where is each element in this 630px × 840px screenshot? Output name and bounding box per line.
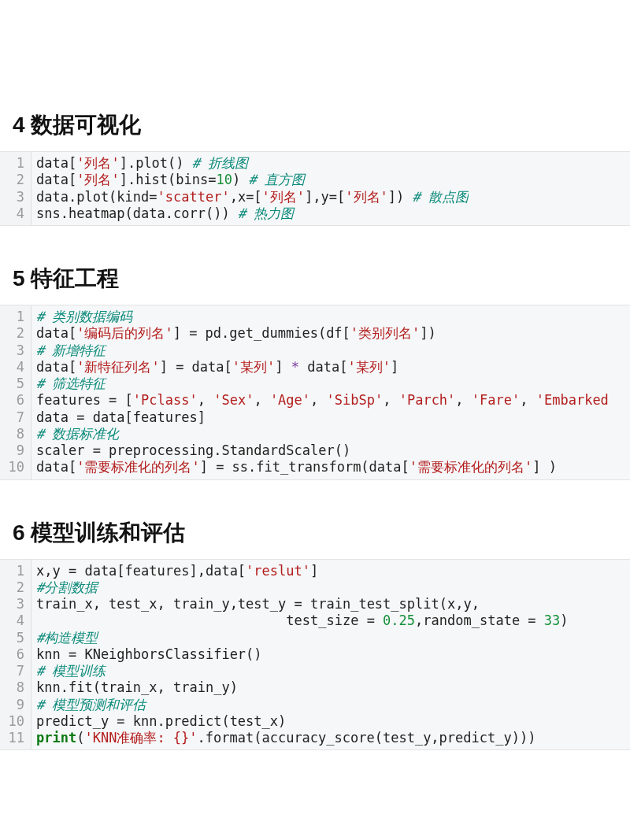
code-token: predict_y = knn.predict(test_x) (36, 713, 286, 729)
line-number: 8 (0, 426, 24, 442)
section-heading: 5 特征工程 (0, 264, 630, 305)
code-token: ]) (388, 189, 413, 205)
code-token: # 模型预测和评估 (36, 697, 146, 712)
line-number: 5 (0, 630, 24, 646)
line-number-gutter: 1234567891011 (0, 560, 32, 750)
code-token: 'SibSp' (327, 392, 384, 408)
code-token: # 新增特征 (36, 342, 106, 358)
code-line: sns.heatmap(data.corr()) # 热力图 (36, 205, 469, 222)
code-line: x,y = data[features],data['reslut'] (36, 563, 569, 579)
line-number: 3 (0, 596, 24, 612)
code-content[interactable]: x,y = data[features],data['reslut']#分割数据… (32, 560, 569, 750)
code-token: '某列' (347, 359, 390, 375)
code-line: # 模型预测和评估 (36, 697, 569, 713)
code-token: # 热力图 (238, 205, 294, 221)
code-token: ]) (420, 325, 435, 341)
code-token: data[ (299, 359, 347, 375)
code-line: features = ['Pclass', 'Sex', 'Age', 'Sib… (36, 392, 609, 409)
code-token: data[ (36, 459, 76, 475)
code-token: print (36, 730, 76, 746)
code-content[interactable]: data['列名'].plot() # 折线图data['列名'].hist(b… (32, 152, 469, 225)
section-number: 6 (13, 520, 25, 545)
line-number: 4 (0, 205, 24, 222)
line-number: 4 (0, 359, 24, 376)
code-token: , (310, 392, 326, 408)
code-token: '列名' (262, 189, 305, 205)
code-token: ] ) (532, 459, 557, 475)
code-token: 'Fare' (472, 392, 520, 408)
code-line: # 筛选特征 (36, 376, 609, 392)
section-title: 数据可视化 (31, 113, 141, 137)
code-token: ].plot() (120, 155, 192, 171)
code-token: ( (76, 730, 84, 746)
code-token: , (520, 392, 536, 408)
code-line: data['列名'].hist(bins=10) # 直方图 (36, 172, 469, 188)
code-token: 'Pclass' (133, 392, 198, 408)
code-token: features = [ (36, 392, 133, 408)
code-token: ) (560, 612, 568, 628)
code-token: '新特征列名' (76, 359, 159, 375)
code-line: knn = KNeighborsClassifier() (36, 646, 569, 663)
code-token: ] (275, 359, 291, 375)
line-number: 7 (0, 409, 24, 426)
code-token: , (254, 392, 269, 408)
line-number-gutter: 12345678910 (0, 305, 32, 479)
code-line: data.plot(kind='scatter',x=['列名'],y=['列名… (36, 189, 469, 205)
section-title: 模型训练和评估 (31, 520, 185, 545)
sections-container: 4 数据可视化1234data['列名'].plot() # 折线图data['… (0, 110, 630, 750)
code-token: train_x, test_x, train_y,test_y = train_… (36, 596, 480, 612)
code-token: 'Sex' (213, 392, 254, 408)
line-number: 9 (0, 697, 24, 713)
code-token: test_size = (36, 612, 383, 628)
code-token: knn.fit(train_x, train_y) (36, 679, 238, 695)
section: 5 特征工程12345678910# 类别数据编码data['编码后的列名'] … (0, 264, 630, 480)
line-number: 1 (0, 563, 24, 579)
code-line: print('KNN准确率: {}'.format(accuracy_score… (36, 730, 569, 746)
code-line: data['新特征列名'] = data['某列'] * data['某列'] (36, 359, 609, 376)
code-token: ] = pd.get_dummies(df[ (173, 325, 350, 341)
code-token: data[ (36, 172, 76, 187)
line-number: 10 (0, 713, 24, 730)
code-token: data = data[features] (36, 409, 206, 425)
code-token: , (198, 392, 213, 408)
line-number: 2 (0, 579, 24, 596)
code-token: # 类别数据编码 (36, 309, 132, 324)
line-number: 5 (0, 376, 24, 392)
code-token: , (383, 392, 398, 408)
code-token: ,x=[ (230, 189, 262, 205)
code-token: '列名' (76, 172, 119, 187)
section-heading: 6 模型训练和评估 (0, 518, 630, 559)
code-line: predict_y = knn.predict(test_x) (36, 713, 569, 730)
code-token: # 散点图 (412, 189, 468, 205)
code-token: '需要标准化的列名' (410, 459, 532, 475)
section-number: 5 (13, 266, 25, 290)
line-number: 4 (0, 612, 24, 629)
code-token: ] = ss.fit_transform(data[ (200, 459, 410, 475)
code-token: ] (391, 359, 398, 375)
line-number: 7 (0, 663, 24, 679)
line-number: 6 (0, 392, 24, 409)
line-number: 1 (0, 155, 24, 172)
code-token: # 数据标准化 (36, 426, 119, 442)
code-token: 'reslut' (246, 563, 310, 579)
line-number: 1 (0, 309, 24, 325)
code-block: 1234data['列名'].plot() # 折线图data['列名'].hi… (0, 151, 630, 226)
code-token: # 直方图 (248, 172, 304, 187)
code-block: 12345678910# 类别数据编码data['编码后的列名'] = pd.g… (0, 305, 630, 480)
code-token: '列名' (345, 189, 387, 205)
page: 4 数据可视化1234data['列名'].plot() # 折线图data['… (0, 0, 630, 750)
code-token: data.plot(kind= (36, 189, 158, 205)
code-line: knn.fit(train_x, train_y) (36, 679, 569, 696)
line-number: 9 (0, 442, 24, 459)
code-line: # 新增特征 (36, 342, 609, 359)
code-token: 'Embarked (536, 392, 609, 408)
line-number: 11 (0, 730, 24, 746)
line-number-gutter: 1234 (0, 152, 32, 225)
line-number: 10 (0, 459, 24, 476)
code-line: data['列名'].plot() # 折线图 (36, 155, 469, 172)
code-token: '类别列名' (350, 325, 420, 341)
code-token: , (455, 392, 471, 408)
code-token: # 筛选特征 (36, 376, 106, 391)
code-token: # 折线图 (192, 155, 248, 171)
code-content[interactable]: # 类别数据编码data['编码后的列名'] = pd.get_dummies(… (32, 305, 609, 479)
